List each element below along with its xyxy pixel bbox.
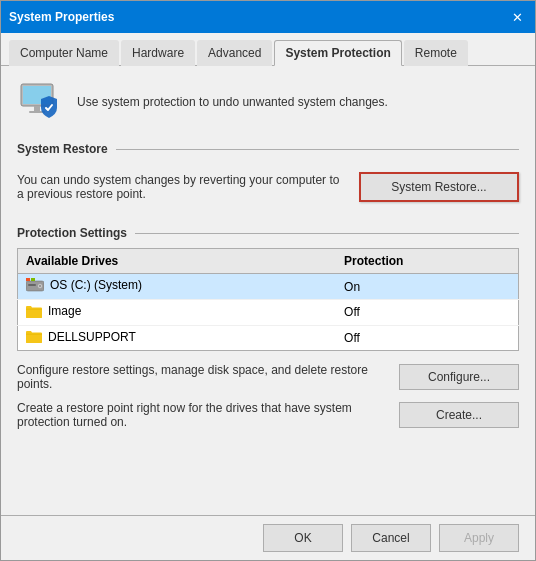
- title-bar: System Properties ✕: [1, 1, 535, 33]
- system-restore-section: System Restore You can undo system chang…: [17, 142, 519, 210]
- tab-system-protection[interactable]: System Protection: [274, 40, 401, 66]
- info-description: Use system protection to undo unwanted s…: [77, 95, 388, 109]
- table-row[interactable]: OS (C:) (System)On: [18, 274, 519, 300]
- tab-computer-name[interactable]: Computer Name: [9, 40, 119, 66]
- drives-table: Available Drives Protection OS (C:) (Sys…: [17, 248, 519, 351]
- protection-settings-header: Protection Settings: [17, 226, 519, 240]
- dialog-footer: OK Cancel Apply: [1, 515, 535, 560]
- system-properties-window: System Properties ✕ Computer Name Hardwa…: [0, 0, 536, 561]
- create-row: Create a restore point right now for the…: [17, 401, 519, 429]
- folder-icon: [26, 330, 42, 343]
- protection-settings-section: Protection Settings Available Drives Pro…: [17, 226, 519, 351]
- tab-bar: Computer Name Hardware Advanced System P…: [1, 33, 535, 66]
- tab-remote[interactable]: Remote: [404, 40, 468, 66]
- svg-rect-11: [31, 278, 35, 280]
- tab-hardware[interactable]: Hardware: [121, 40, 195, 66]
- tab-advanced[interactable]: Advanced: [197, 40, 272, 66]
- restore-row: You can undo system changes by reverting…: [17, 164, 519, 210]
- table-row[interactable]: DELLSUPPORTOff: [18, 325, 519, 351]
- tab-content: Use system protection to undo unwanted s…: [1, 66, 535, 515]
- info-section: Use system protection to undo unwanted s…: [17, 78, 519, 126]
- col-available-drives: Available Drives: [18, 249, 337, 274]
- configure-row: Configure restore settings, manage disk …: [17, 363, 519, 391]
- system-restore-header: System Restore: [17, 142, 519, 156]
- svg-rect-10: [26, 278, 30, 280]
- apply-button[interactable]: Apply: [439, 524, 519, 552]
- create-description: Create a restore point right now for the…: [17, 401, 387, 429]
- ok-button[interactable]: OK: [263, 524, 343, 552]
- svg-rect-7: [28, 284, 36, 286]
- col-protection: Protection: [336, 249, 518, 274]
- folder-icon: [26, 305, 42, 318]
- system-restore-button[interactable]: System Restore...: [359, 172, 519, 202]
- create-button[interactable]: Create...: [399, 402, 519, 428]
- svg-rect-2: [34, 106, 40, 111]
- os-drive-icon: [26, 278, 44, 292]
- configure-button[interactable]: Configure...: [399, 364, 519, 390]
- restore-description: You can undo system changes by reverting…: [17, 173, 343, 201]
- table-row[interactable]: ImageOff: [18, 300, 519, 326]
- cancel-button[interactable]: Cancel: [351, 524, 431, 552]
- system-protection-icon: [17, 78, 65, 126]
- close-button[interactable]: ✕: [507, 7, 527, 27]
- window-title: System Properties: [9, 10, 114, 24]
- title-bar-buttons: ✕: [507, 7, 527, 27]
- configure-description: Configure restore settings, manage disk …: [17, 363, 387, 391]
- svg-point-6: [39, 285, 41, 287]
